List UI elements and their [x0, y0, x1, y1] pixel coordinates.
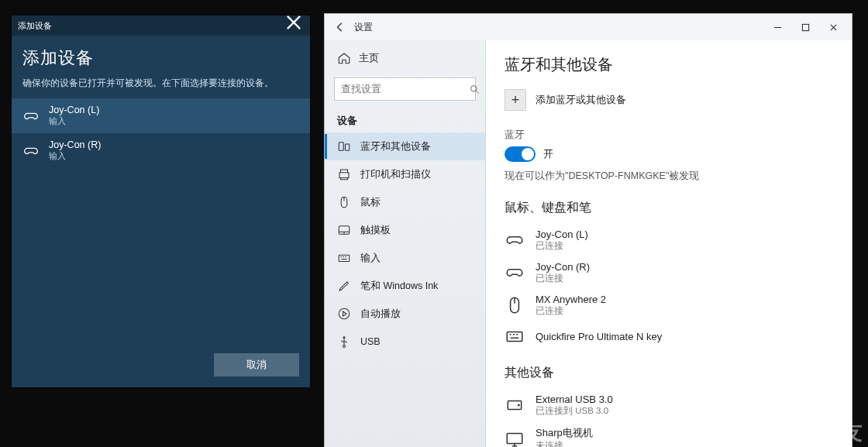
add-device-header: 添加设备	[12, 36, 310, 74]
add-device-buttons: 取消	[12, 342, 310, 387]
device-name: External USB 3.0	[536, 394, 613, 405]
device-name: Joy-Con (L)	[49, 105, 99, 115]
bluetooth-state: 开	[543, 147, 553, 161]
add-device-subtitle: 确保你的设备已打开并可被发现。在下面选择要连接的设备。	[12, 74, 310, 97]
settings-window-title: 设置	[354, 21, 373, 34]
gamepad-icon	[22, 108, 40, 125]
mouse-icon	[337, 195, 351, 209]
device-status: 已连接	[536, 273, 590, 284]
device-row-joycon-r[interactable]: Joy-Con (R) 输入	[12, 133, 310, 168]
discoverable-text: 现在可以作为"DESKTOP-FNMKGKE"被发现	[505, 170, 833, 183]
device-name: Joy-Con (L)	[536, 229, 588, 240]
add-device-window-title: 添加设备	[18, 20, 52, 32]
minimize-button[interactable]	[763, 16, 791, 38]
printer-icon	[337, 167, 351, 181]
device-name: Sharp电视机	[536, 426, 593, 440]
usb-icon	[337, 335, 351, 349]
sidebar-item-printers[interactable]: 打印机和扫描仪	[325, 160, 485, 188]
sidebar-item-pen[interactable]: 笔和 Windows Ink	[325, 272, 485, 300]
sidebar-item-label: 打印机和扫描仪	[360, 168, 431, 181]
device-status: 已连接	[536, 305, 606, 317]
device-subtext: 输入	[49, 150, 101, 162]
settings-titlebar: 设置	[325, 14, 852, 40]
plus-icon: +	[505, 89, 526, 111]
search-input[interactable]	[335, 84, 469, 95]
back-button[interactable]	[329, 16, 351, 38]
bluetooth-toggle[interactable]	[505, 146, 536, 162]
add-bluetooth-device[interactable]: + 添加蓝牙或其他设备	[505, 89, 833, 111]
section-mouse-keyboard: 鼠标、键盘和笔	[505, 200, 833, 216]
display-icon	[505, 429, 525, 448]
sidebar-item-label: 鼠标	[360, 196, 381, 209]
device-subtext: 输入	[49, 115, 99, 127]
add-device-dialog: 添加设备 添加设备 确保你的设备已打开并可被发现。在下面选择要连接的设备。 Jo…	[12, 15, 310, 387]
sidebar-category: 设备	[325, 108, 485, 132]
bluetooth-label: 蓝牙	[505, 128, 833, 142]
sidebar-home[interactable]: 主页	[325, 45, 485, 71]
device-status: 已连接	[536, 240, 588, 252]
sidebar-nav: 蓝牙和其他设备 打印机和扫描仪 鼠标 触摸板 输入 笔和 Windows Ink…	[325, 132, 485, 356]
add-bluetooth-label: 添加蓝牙或其他设备	[536, 93, 626, 107]
device-item[interactable]: Joy-Con (L)已连接	[505, 224, 833, 256]
svg-rect-13	[507, 433, 522, 443]
add-device-heading: 添加设备	[22, 46, 299, 70]
settings-main: 蓝牙和其他设备 + 添加蓝牙或其他设备 蓝牙 开 现在可以作为"DESKTOP-…	[486, 40, 852, 447]
device-item[interactable]: Joy-Con (R)已连接	[505, 256, 833, 289]
sidebar-item-autoplay[interactable]: 自动播放	[325, 300, 485, 328]
sidebar-item-label: 触摸板	[360, 224, 391, 237]
sidebar-item-label: 笔和 Windows Ink	[360, 280, 438, 293]
mouse-icon	[505, 295, 525, 315]
device-item[interactable]: Sharp电视机未连接	[505, 421, 833, 447]
search-icon	[469, 84, 480, 95]
device-status: 未连接	[536, 440, 593, 447]
search-input-wrap[interactable]	[334, 77, 476, 101]
device-item[interactable]: Quickfire Pro Ultimate N key	[505, 321, 833, 351]
svg-rect-0	[802, 24, 808, 30]
sidebar-item-typing[interactable]: 输入	[325, 244, 485, 272]
gamepad-icon	[505, 230, 525, 250]
settings-window: 设置 主页 设备 蓝牙和其他设备 打印机和扫描仪 鼠标 触摸板 输入 笔和 W	[325, 14, 852, 447]
drive-icon	[505, 395, 525, 415]
svg-rect-10	[507, 332, 522, 342]
svg-point-8	[343, 346, 346, 348]
add-device-list: Joy-Con (L) 输入 Joy-Con (R) 输入	[12, 97, 310, 170]
svg-point-7	[339, 308, 350, 319]
home-icon	[337, 51, 351, 65]
touchpad-icon	[337, 223, 351, 237]
svg-point-12	[518, 404, 520, 407]
svg-rect-2	[339, 143, 343, 151]
device-list-mouse-keyboard: Joy-Con (L)已连接 Joy-Con (R)已连接 MX Anywher…	[505, 224, 833, 351]
pen-icon	[337, 279, 351, 293]
device-status: 已连接到 USB 3.0	[536, 405, 613, 417]
device-list-other: External USB 3.0已连接到 USB 3.0 Sharp电视机未连接…	[505, 389, 833, 447]
device-name: MX Anywhere 2	[536, 294, 606, 305]
svg-rect-3	[346, 144, 350, 150]
sidebar-item-bluetooth[interactable]: 蓝牙和其他设备	[325, 132, 485, 160]
device-row-joycon-l[interactable]: Joy-Con (L) 输入	[12, 98, 310, 133]
cancel-button[interactable]: 取消	[214, 353, 299, 377]
device-item[interactable]: External USB 3.0已连接到 USB 3.0	[505, 389, 833, 421]
device-name: Quickfire Pro Ultimate N key	[536, 331, 662, 342]
sidebar-item-label: 输入	[360, 252, 381, 265]
svg-point-1	[471, 85, 477, 91]
sidebar-item-label: USB	[360, 336, 381, 347]
sidebar-item-label: 自动播放	[360, 308, 401, 321]
autoplay-icon	[337, 307, 351, 321]
section-other-devices: 其他设备	[505, 365, 833, 381]
device-name: Joy-Con (R)	[49, 139, 101, 150]
device-name: Joy-Con (R)	[536, 261, 590, 273]
gamepad-icon	[22, 143, 40, 160]
add-device-titlebar: 添加设备	[12, 15, 310, 36]
page-title: 蓝牙和其他设备	[505, 54, 833, 75]
sidebar-item-usb[interactable]: USB	[325, 328, 485, 356]
sidebar-item-touchpad[interactable]: 触摸板	[325, 216, 485, 244]
sidebar-item-label: 蓝牙和其他设备	[360, 140, 431, 153]
sidebar-item-mouse[interactable]: 鼠标	[325, 188, 485, 216]
keyboard-input-icon	[337, 251, 351, 265]
close-button[interactable]	[819, 16, 847, 38]
gamepad-icon	[505, 263, 525, 283]
settings-sidebar: 主页 设备 蓝牙和其他设备 打印机和扫描仪 鼠标 触摸板 输入 笔和 Windo…	[325, 40, 486, 447]
device-item[interactable]: MX Anywhere 2已连接	[505, 289, 833, 321]
svg-rect-6	[339, 255, 350, 261]
maximize-button[interactable]	[791, 16, 819, 38]
